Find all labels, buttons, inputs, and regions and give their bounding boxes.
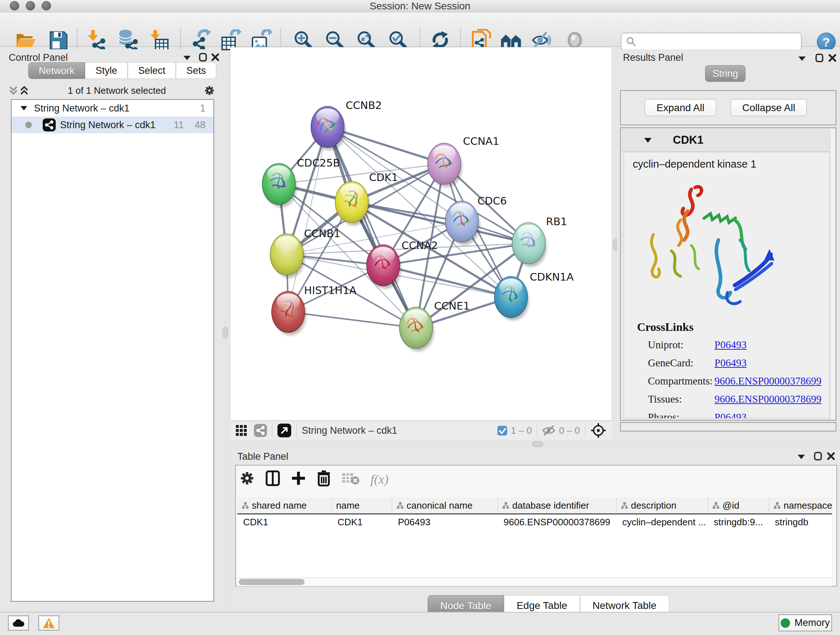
export-network-button[interactable]	[191, 29, 212, 51]
table-row[interactable]: CDK1CDK1P064939606.ENSP00000378699cyclin…	[237, 515, 832, 530]
network-node-cdk1[interactable]	[335, 181, 370, 226]
network-label: String Network – cdk1	[60, 119, 156, 131]
network-edge[interactable]	[288, 312, 416, 328]
crosslink-link[interactable]: 9606.ENSP00000378699	[714, 375, 821, 387]
column-header[interactable]: shared name	[237, 497, 332, 513]
entry-body: cyclin–dependent kinase 1	[624, 152, 830, 418]
delete-table-button[interactable]	[341, 472, 360, 487]
network-collection-row[interactable]: String Network – cdk1 1	[11, 100, 213, 117]
hierarchy-column-icon	[242, 502, 249, 509]
table-cell[interactable]: cyclin–dependent ...	[616, 515, 708, 530]
node-label: CDC6	[477, 195, 507, 207]
crosslink-link[interactable]: P06493	[714, 357, 747, 369]
add-column-button[interactable]	[291, 470, 306, 488]
detach-view-icon[interactable]	[278, 424, 291, 437]
table-horizontal-scrollbar[interactable]	[237, 578, 832, 586]
warnings-button[interactable]	[38, 616, 59, 631]
crosslink-row: Tissues:9606.ENSP00000378699	[648, 393, 829, 405]
node-label: CDK1	[369, 171, 398, 184]
panel-float-button[interactable]	[197, 52, 208, 62]
save-session-button[interactable]	[47, 29, 69, 51]
network-view-icon[interactable]	[254, 424, 267, 437]
tab-network[interactable]: Network	[28, 62, 85, 79]
network-icon	[43, 119, 56, 131]
selected-checkbox-icon[interactable]	[497, 426, 507, 435]
column-header[interactable]: description	[616, 497, 708, 513]
hidden-eye-slash-icon[interactable]	[542, 425, 555, 435]
memory-button[interactable]: Memory	[778, 614, 832, 631]
delete-column-button[interactable]	[317, 470, 331, 489]
results-scrollbar[interactable]	[830, 129, 835, 419]
panel-float-button[interactable]	[813, 451, 823, 461]
column-header-label: name	[336, 500, 360, 511]
table-cell[interactable]: stringdb:9...	[708, 515, 769, 530]
crosslinks-title: CrossLinks	[637, 320, 829, 334]
network-node-ccnb1[interactable]	[270, 234, 305, 278]
network-node-ccnb2[interactable]	[311, 106, 346, 150]
network-options-button[interactable]	[204, 86, 215, 96]
column-header[interactable]: namespace	[769, 497, 832, 513]
function-builder-button[interactable]: f(x)	[370, 472, 388, 487]
collapse-triangle-icon[interactable]	[644, 138, 652, 143]
results-actions-box: Expand All Collapse All	[620, 90, 836, 125]
column-header[interactable]: canonical name	[392, 497, 498, 513]
cloud-status-button[interactable]	[8, 616, 29, 631]
table-cell[interactable]: P06493	[392, 515, 498, 530]
column-header[interactable]: database identifier	[498, 497, 616, 513]
import-table-button[interactable]	[149, 29, 171, 51]
panel-close-button[interactable]	[210, 52, 221, 62]
panel-float-button[interactable]	[814, 53, 825, 63]
entry-header[interactable]: CDK1	[622, 129, 835, 152]
left-splitter-handle[interactable]	[223, 327, 228, 339]
show-columns-button[interactable]	[265, 470, 280, 489]
network-node-cdc6[interactable]	[445, 201, 480, 245]
scrollbar-thumb[interactable]	[239, 579, 305, 585]
network-row[interactable]: String Network – cdk1 11 48	[11, 117, 213, 133]
import-network-button[interactable]	[87, 29, 108, 51]
import-network-from-database-button[interactable]	[117, 29, 139, 51]
network-node-cdkn1a[interactable]	[494, 277, 529, 321]
expand-all-button[interactable]: Expand All	[645, 99, 716, 116]
panel-menu-button[interactable]	[182, 53, 193, 63]
birdseye-crosshair-icon[interactable]	[591, 423, 606, 439]
panel-menu-button[interactable]	[797, 54, 807, 64]
hidden-counts: 0 – 0	[559, 425, 580, 436]
network-node-rb1[interactable]	[512, 223, 547, 267]
panel-close-button[interactable]	[826, 451, 836, 461]
crosslink-link[interactable]: 9606.ENSP00000378699	[714, 393, 821, 405]
plus-icon	[291, 470, 306, 486]
network-node-ccna1[interactable]	[428, 143, 462, 187]
search-input[interactable]	[639, 36, 801, 48]
open-session-button[interactable]	[15, 29, 36, 51]
grid-view-icon[interactable]	[236, 425, 247, 436]
table-cell[interactable]: CDK1	[237, 515, 332, 530]
collapse-triangle-icon[interactable]	[20, 106, 27, 111]
bottom-splitter-handle[interactable]	[532, 441, 543, 447]
network-canvas[interactable]: CCNB2CCNA1CDC25BCDK1CDC6RB1CCNB1CCNA2CDK…	[230, 47, 612, 421]
network-node-ccne1[interactable]	[399, 307, 434, 352]
table-panel: Table Panel	[233, 449, 840, 610]
table-settings-button[interactable]	[240, 470, 255, 488]
crosslink-label: Tissues:	[648, 393, 714, 405]
crosslink-link[interactable]: P06493	[714, 339, 747, 351]
table-cell[interactable]: stringdb	[769, 515, 832, 530]
collapse-all-networks-button[interactable]	[8, 86, 19, 96]
network-edge[interactable]	[328, 127, 416, 328]
table-cell[interactable]: 9606.ENSP00000378699	[498, 515, 616, 530]
network-node-hist1h1a[interactable]	[272, 291, 306, 336]
panel-menu-button[interactable]	[796, 452, 807, 462]
tab-sets[interactable]: Sets	[176, 62, 216, 79]
panel-close-button[interactable]	[827, 53, 838, 63]
crosslink-link[interactable]: P06493	[714, 411, 747, 418]
protein-structure-image	[637, 177, 775, 310]
help-button[interactable]: ?	[817, 33, 836, 51]
expand-all-networks-button[interactable]	[19, 86, 30, 96]
column-header[interactable]: name	[332, 497, 392, 513]
selected-counts: 1 – 0	[511, 425, 532, 436]
collapse-all-button[interactable]: Collapse All	[731, 99, 807, 116]
tab-style[interactable]: Style	[85, 62, 128, 79]
column-header[interactable]: @id	[708, 497, 769, 513]
tab-select[interactable]: Select	[128, 62, 176, 79]
tab-string[interactable]: String	[705, 65, 745, 82]
table-cell[interactable]: CDK1	[332, 515, 392, 530]
